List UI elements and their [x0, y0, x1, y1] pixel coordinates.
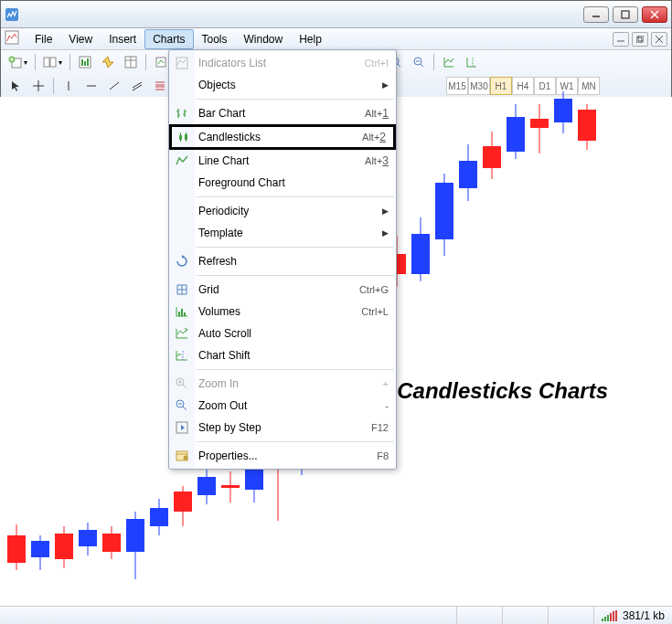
mdi-restore-button[interactable] — [632, 32, 648, 47]
timeframe-h4[interactable]: H4 — [512, 77, 534, 95]
vertical-line-button[interactable] — [58, 76, 80, 96]
timeframe-m15[interactable]: M15 — [446, 77, 468, 95]
candle-bearish — [55, 97, 73, 606]
candle-bearish — [483, 97, 501, 606]
menu-item-shortcut: Ctrl+G — [359, 284, 389, 295]
menubar: FileViewInsertChartsToolsWindowHelp — [1, 28, 671, 50]
candle-bearish — [578, 97, 596, 606]
svg-rect-14 — [87, 58, 89, 66]
menu-item-shortcut: Ctrl+I — [364, 58, 389, 69]
menu-item-auto-scroll[interactable]: Auto Scroll — [169, 323, 396, 344]
menu-item-label: Zoom In — [198, 377, 383, 390]
menu-item-objects[interactable]: Objects▶ — [169, 74, 396, 96]
submenu-arrow-icon: ▶ — [382, 206, 389, 216]
profiles-button[interactable]: ▾ — [39, 52, 66, 72]
menu-item-foreground-chart[interactable]: Foreground Chart — [169, 172, 396, 194]
menu-separator — [197, 275, 394, 276]
maximize-button[interactable] — [613, 6, 638, 23]
timeframe-mn[interactable]: MN — [578, 77, 600, 95]
candle-bullish — [126, 97, 144, 606]
menu-item-line-chart[interactable]: Line ChartAlt+3 — [169, 150, 396, 172]
indicators-icon — [173, 54, 191, 72]
candle-bullish — [507, 97, 525, 606]
connection-text: 381/1 kb — [623, 609, 665, 622]
menu-item-candlesticks[interactable]: CandlesticksAlt+2 — [169, 124, 396, 150]
horizontal-line-button[interactable] — [80, 76, 102, 96]
menu-view[interactable]: View — [60, 29, 101, 49]
data-window-button[interactable] — [120, 52, 142, 72]
close-button[interactable] — [642, 6, 667, 23]
zoom-in-icon — [173, 375, 191, 393]
menu-item-label: Objects — [198, 79, 382, 91]
menu-item-label: Line Chart — [198, 154, 365, 167]
menu-item-refresh[interactable]: Refresh — [169, 250, 396, 272]
svg-rect-6 — [638, 36, 644, 41]
properties-icon — [173, 447, 191, 465]
crosshair-button[interactable] — [27, 76, 49, 96]
autoscroll-button[interactable] — [438, 52, 460, 72]
chart-window-icon — [5, 30, 19, 48]
new-chart-button[interactable]: ▾ — [5, 52, 31, 72]
channel-button[interactable] — [126, 76, 148, 96]
menu-item-shortcut: F12 — [371, 422, 389, 433]
menu-item-chart-shift[interactable]: Chart Shift — [169, 344, 396, 366]
timeframe-d1[interactable]: D1 — [534, 77, 556, 95]
menu-item-bar-chart[interactable]: Bar ChartAlt+1 — [169, 102, 396, 124]
candle-bearish — [530, 97, 549, 606]
menu-separator — [197, 369, 394, 370]
menu-insert[interactable]: Insert — [101, 29, 144, 49]
candlestick-icon — [176, 128, 191, 146]
menu-separator — [197, 99, 394, 100]
menu-item-grid[interactable]: GridCtrl+G — [169, 279, 396, 301]
candle-bullish — [459, 97, 477, 606]
svg-rect-9 — [44, 58, 49, 67]
minimize-button[interactable] — [583, 6, 609, 23]
trendline-button[interactable] — [103, 76, 125, 96]
svg-point-80 — [184, 456, 188, 460]
cursor-button[interactable] — [5, 76, 27, 96]
menu-item-shortcut: Alt+2 — [362, 131, 386, 143]
candle-bullish — [150, 97, 168, 606]
menu-window[interactable]: Window — [236, 29, 292, 49]
menu-item-volumes[interactable]: VolumesCtrl+L — [169, 301, 396, 323]
submenu-arrow-icon: ▶ — [382, 80, 389, 90]
timeframe-h1[interactable]: H1 — [490, 77, 512, 95]
menu-help[interactable]: Help — [291, 29, 330, 49]
zoom-out-icon — [173, 397, 191, 415]
zoom-out-button[interactable] — [408, 52, 430, 72]
menu-item-zoom-in: Zoom In+ — [169, 373, 396, 395]
navigator-button[interactable] — [97, 52, 119, 72]
menu-tools[interactable]: Tools — [194, 29, 236, 49]
menu-charts[interactable]: Charts — [144, 29, 193, 49]
app-icon — [5, 7, 19, 22]
svg-rect-12 — [81, 59, 83, 66]
menu-file[interactable]: File — [27, 29, 60, 49]
timeframe-w1[interactable]: W1 — [556, 77, 578, 95]
volumes-icon — [173, 302, 191, 321]
menu-item-periodicity[interactable]: Periodicity▶ — [169, 200, 396, 222]
menu-separator — [197, 247, 394, 248]
menu-item-shortcut: F8 — [377, 450, 389, 461]
svg-rect-18 — [156, 58, 165, 67]
connection-bars-icon — [602, 610, 617, 621]
refresh-icon — [173, 252, 191, 270]
submenu-arrow-icon: ▶ — [382, 228, 389, 238]
line-chart-icon — [173, 152, 191, 170]
menu-item-step-by-step[interactable]: Step by StepF12 — [169, 417, 396, 439]
menu-item-properties[interactable]: Properties...F8 — [169, 445, 396, 467]
mdi-close-button[interactable] — [651, 32, 667, 47]
timeframe-m30[interactable]: M30 — [468, 77, 490, 95]
menu-item-template[interactable]: Template▶ — [169, 222, 396, 244]
svg-rect-65 — [181, 309, 183, 316]
menu-item-zoom-out[interactable]: Zoom Out- — [169, 395, 396, 417]
chartshift-button[interactable] — [461, 52, 483, 72]
step-icon — [173, 418, 191, 437]
menu-item-shortcut: - — [385, 400, 389, 411]
mdi-minimize-button[interactable] — [613, 32, 629, 47]
statusbar: 381/1 kb — [0, 606, 672, 624]
svg-line-44 — [133, 85, 142, 90]
market-watch-button[interactable] — [74, 52, 96, 72]
svg-rect-64 — [178, 312, 180, 316]
svg-rect-10 — [50, 58, 56, 67]
blank-icon — [173, 202, 191, 220]
